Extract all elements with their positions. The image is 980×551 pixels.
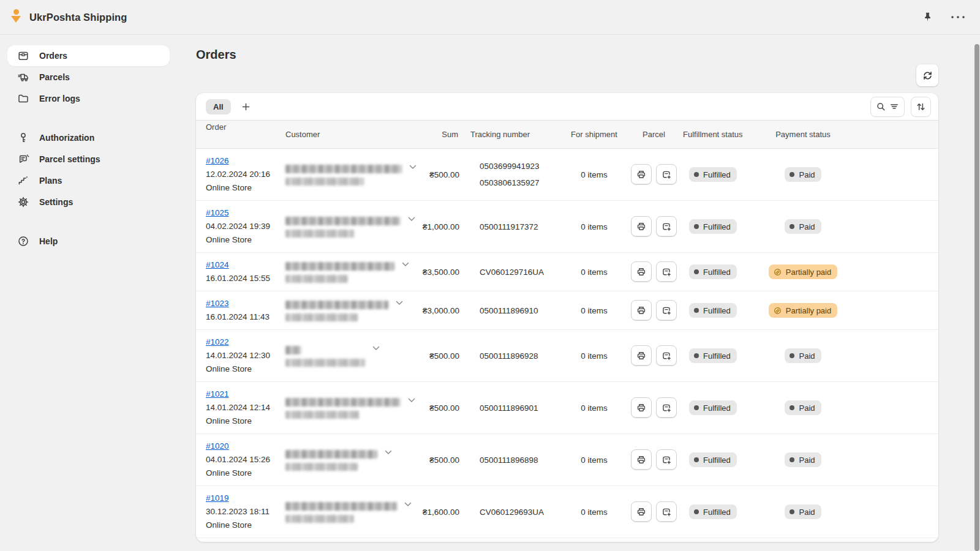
add-document-icon <box>662 267 671 277</box>
fulfillment-cell: Fulfilled <box>683 452 766 467</box>
scrollbar-track <box>974 35 980 551</box>
order-link[interactable]: #1026 <box>206 156 229 165</box>
tab-all[interactable]: All <box>206 99 231 114</box>
fulfillment-cell: Fulfilled <box>683 219 766 234</box>
app-logo-icon <box>10 9 22 25</box>
create-parcel-button[interactable] <box>656 345 677 366</box>
print-label-button[interactable] <box>631 300 652 321</box>
sidebar-item-error-logs[interactable]: Error logs <box>7 88 170 109</box>
print-label-button[interactable] <box>631 397 652 418</box>
add-document-icon <box>662 403 671 413</box>
order-link[interactable]: #1019 <box>206 493 229 503</box>
expand-customer-button[interactable] <box>408 397 415 403</box>
print-label-button[interactable] <box>631 164 652 185</box>
parcel-cell <box>625 300 683 321</box>
customer-redacted <box>285 261 394 283</box>
status-dot <box>694 269 699 274</box>
sidebar-item-parcels[interactable]: Parcels <box>7 67 170 88</box>
status-dot <box>694 405 699 410</box>
shipment-cell: 0 items <box>564 351 625 361</box>
fulfillment-badge: Fulfilled <box>689 504 737 519</box>
fulfillment-cell: Fulfilled <box>683 348 766 363</box>
order-link[interactable]: #1025 <box>206 208 229 217</box>
order-cell: #1020 04.01.2024 15:26 Online Store <box>196 440 285 480</box>
order-date: 12.02.2024 20:16 <box>206 168 285 181</box>
tracking-number: 0500111896901 <box>480 403 564 413</box>
tracking-cell: CV060129693UA <box>459 508 564 517</box>
column-header: Sum <box>412 130 459 139</box>
fulfillment-label: Fulfilled <box>703 455 731 465</box>
payment-label: Paid <box>799 222 815 231</box>
add-view-button[interactable] <box>237 97 255 116</box>
create-parcel-button[interactable] <box>656 300 677 321</box>
status-dot <box>694 457 699 462</box>
expand-customer-button[interactable] <box>408 216 415 222</box>
expand-customer-button[interactable] <box>404 501 412 507</box>
order-link[interactable]: #1023 <box>206 299 229 308</box>
sum-cell: ₴500.00 <box>412 403 459 413</box>
column-header: Tracking number <box>459 130 564 139</box>
status-dot <box>694 308 699 313</box>
search-filter-button[interactable] <box>870 97 905 117</box>
refresh-button[interactable] <box>916 64 938 86</box>
sum-cell: ₴500.00 <box>412 351 459 361</box>
chevron-down-icon <box>396 301 403 305</box>
payment-badge: Partially paid <box>769 303 837 318</box>
table-row: #1019 30.12.2023 18:11 Online Store ₴1,6… <box>196 486 938 538</box>
sidebar-item-plans[interactable]: Plans <box>7 170 170 191</box>
sidebar-item-parcel-settings[interactable]: Parcel settings <box>7 149 170 170</box>
fulfillment-cell: Fulfilled <box>683 167 766 182</box>
print-label-button[interactable] <box>631 501 652 522</box>
order-link[interactable]: #1022 <box>206 337 229 347</box>
sort-button[interactable] <box>911 97 931 117</box>
customer-redacted <box>285 299 388 321</box>
print-label-button[interactable] <box>631 261 652 282</box>
table-row: #1022 14.01.2024 12:30 Online Store ₴500… <box>196 330 938 382</box>
main-content: Orders All <box>178 35 974 551</box>
payment-badge: Paid <box>785 400 821 415</box>
sidebar-item-help[interactable]: Help <box>7 231 170 252</box>
sidebar-item-orders[interactable]: Orders <box>7 45 170 66</box>
create-parcel-button[interactable] <box>656 397 677 418</box>
create-parcel-button[interactable] <box>656 164 677 185</box>
table-row: #1020 04.01.2024 15:26 Online Store ₴500… <box>196 434 938 486</box>
order-link[interactable]: #1020 <box>206 441 229 451</box>
chevron-down-icon <box>404 502 412 507</box>
payment-badge: Paid <box>785 504 821 519</box>
customer-cell <box>285 216 412 238</box>
order-link[interactable]: #1021 <box>206 389 229 399</box>
expand-customer-button[interactable] <box>402 261 409 267</box>
create-parcel-button[interactable] <box>656 216 677 237</box>
sidebar-item-settings[interactable]: Settings <box>7 192 170 212</box>
customer-cell <box>285 163 412 186</box>
sidebar-item-authorization[interactable]: Authorization <box>7 127 170 148</box>
table-row: #1021 14.01.2024 12:14 Online Store ₴500… <box>196 382 938 434</box>
fulfillment-label: Fulfilled <box>703 306 731 315</box>
overflow-menu-button[interactable] <box>949 9 967 26</box>
order-link[interactable]: #1024 <box>206 260 229 269</box>
print-label-button[interactable] <box>631 449 652 470</box>
expand-customer-button[interactable] <box>372 345 380 351</box>
print-label-button[interactable] <box>631 345 652 366</box>
printer-icon <box>636 305 646 315</box>
fulfillment-cell: Fulfilled <box>683 504 766 519</box>
pin-icon <box>921 11 934 24</box>
create-parcel-button[interactable] <box>656 261 677 282</box>
pin-app-button[interactable] <box>919 9 936 26</box>
tracking-number: CV060129716UA <box>480 268 564 277</box>
customer-cell <box>285 261 412 283</box>
customer-redacted <box>285 216 401 238</box>
filter-icon <box>889 102 899 111</box>
create-parcel-button[interactable] <box>656 449 677 470</box>
expand-customer-button[interactable] <box>396 299 403 305</box>
create-parcel-button[interactable] <box>656 501 677 522</box>
tracking-number: 0500111896898 <box>480 455 564 465</box>
scrollbar-thumb[interactable] <box>974 44 979 551</box>
expand-customer-button[interactable] <box>385 449 392 455</box>
status-dot <box>790 224 794 229</box>
order-channel: Online Store <box>206 414 285 428</box>
sum-cell: ₴3,000.00 <box>412 306 459 315</box>
expand-customer-button[interactable] <box>409 163 417 170</box>
shipment-cell: 0 items <box>564 170 625 179</box>
print-label-button[interactable] <box>631 216 652 237</box>
